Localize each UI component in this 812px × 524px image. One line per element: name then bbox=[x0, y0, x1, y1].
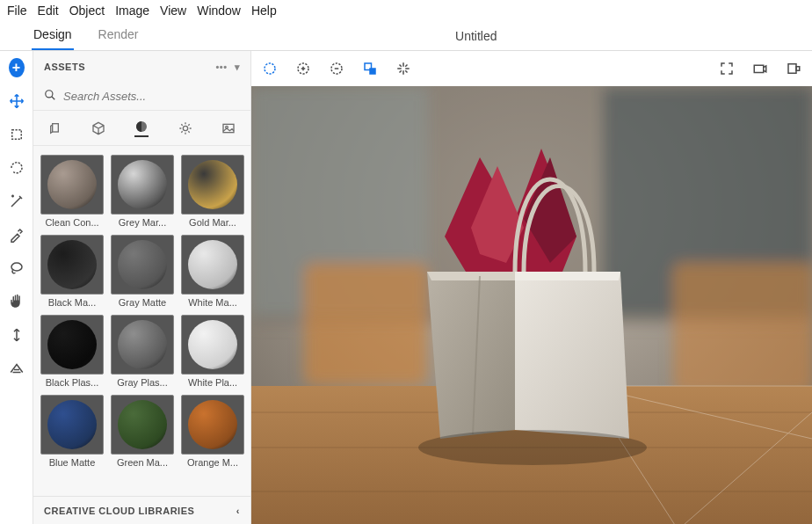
svg-marker-37 bbox=[515, 272, 620, 280]
menu-help[interactable]: Help bbox=[251, 4, 277, 18]
viewport-toolbar bbox=[251, 51, 812, 86]
asset-item[interactable]: Blue Matte bbox=[40, 395, 104, 468]
more-icon[interactable]: ••• bbox=[215, 62, 227, 72]
filter-model-icon[interactable] bbox=[48, 121, 62, 135]
vertical-arrows-tool[interactable] bbox=[9, 327, 25, 343]
asset-label: White Pla... bbox=[181, 377, 244, 388]
asset-label: White Ma... bbox=[181, 297, 244, 308]
assets-search-row bbox=[33, 83, 250, 111]
chevron-down-icon[interactable]: ▾ bbox=[235, 62, 241, 73]
assets-panel: ASSETS ••• ▾ Clean Con...Grey Mar...Gold… bbox=[33, 51, 251, 524]
search-icon bbox=[44, 89, 56, 105]
viewport bbox=[251, 51, 812, 524]
asset-item[interactable]: Gray Plas... bbox=[111, 315, 174, 388]
cc-libraries-header[interactable]: CREATIVE CLOUD LIBRARIES ‹ bbox=[33, 496, 250, 524]
mode-tabs-bar: DesignRender Untitled bbox=[0, 21, 812, 51]
svg-rect-22 bbox=[673, 263, 812, 395]
svg-marker-36 bbox=[427, 272, 515, 280]
svg-rect-21 bbox=[304, 263, 427, 386]
svg-marker-35 bbox=[515, 272, 629, 439]
add-tool[interactable]: + bbox=[9, 60, 25, 76]
zoom-out-icon[interactable] bbox=[329, 61, 344, 76]
filter-material-icon[interactable] bbox=[134, 120, 149, 137]
asset-label: Clean Con... bbox=[40, 217, 104, 228]
asset-label: Gold Mar... bbox=[181, 217, 244, 228]
asset-item[interactable]: White Ma... bbox=[181, 235, 244, 308]
select-circle-icon[interactable] bbox=[262, 61, 278, 76]
menu-edit[interactable]: Edit bbox=[38, 4, 59, 18]
fullscreen-icon[interactable] bbox=[719, 61, 735, 76]
menubar: FileEditObjectImageViewWindowHelp bbox=[0, 0, 812, 21]
asset-label: Orange M... bbox=[181, 457, 244, 468]
asset-item[interactable]: Black Ma... bbox=[40, 235, 104, 308]
asset-label: Grey Mar... bbox=[111, 217, 174, 228]
camera-icon[interactable] bbox=[752, 61, 768, 76]
menu-file[interactable]: File bbox=[7, 4, 27, 18]
filter-light-icon[interactable] bbox=[178, 121, 192, 135]
filter-image-icon[interactable] bbox=[221, 121, 236, 135]
wand-tool[interactable] bbox=[9, 193, 25, 209]
asset-item[interactable]: Orange M... bbox=[181, 395, 244, 468]
assets-grid: Clean Con...Grey Mar...Gold Mar...Black … bbox=[33, 146, 250, 496]
asset-item[interactable]: Gold Mar... bbox=[181, 155, 244, 228]
perspective-tool[interactable] bbox=[9, 360, 25, 376]
asset-item[interactable]: White Pla... bbox=[181, 315, 244, 388]
asset-item[interactable]: Green Ma... bbox=[111, 395, 174, 468]
svg-rect-16 bbox=[796, 67, 800, 71]
menu-window[interactable]: Window bbox=[197, 4, 241, 18]
asset-label: Black Plas... bbox=[40, 377, 104, 388]
svg-point-6 bbox=[183, 126, 187, 130]
svg-line-3 bbox=[52, 96, 55, 99]
menu-image[interactable]: Image bbox=[115, 4, 149, 18]
asset-item[interactable]: Black Plas... bbox=[40, 315, 104, 388]
eyedropper-tool[interactable] bbox=[9, 227, 25, 243]
svg-rect-13 bbox=[370, 69, 375, 74]
settings-toggle-icon[interactable] bbox=[786, 61, 801, 76]
tab-render[interactable]: Render bbox=[97, 20, 141, 50]
tab-design[interactable]: Design bbox=[32, 20, 74, 50]
filter-cube-icon[interactable] bbox=[91, 121, 105, 135]
object-toggle-icon[interactable] bbox=[362, 61, 378, 76]
svg-rect-15 bbox=[788, 64, 796, 74]
asset-label: Gray Plas... bbox=[111, 377, 174, 388]
menu-view[interactable]: View bbox=[160, 4, 186, 18]
move-tool[interactable] bbox=[9, 93, 25, 109]
svg-marker-34 bbox=[427, 272, 515, 439]
asset-item[interactable]: Clean Con... bbox=[40, 155, 104, 228]
canvas[interactable] bbox=[251, 86, 812, 524]
svg-point-1 bbox=[11, 263, 22, 271]
asset-item[interactable]: Grey Mar... bbox=[111, 155, 174, 228]
tools-column: + bbox=[0, 51, 33, 524]
svg-rect-14 bbox=[754, 65, 764, 72]
assets-search-input[interactable] bbox=[63, 90, 240, 103]
assets-filter-row bbox=[33, 111, 250, 146]
document-title: Untitled bbox=[141, 29, 812, 50]
svg-rect-0 bbox=[11, 130, 21, 140]
asset-label: Green Ma... bbox=[111, 457, 174, 468]
sparkle-icon[interactable] bbox=[395, 61, 411, 76]
asset-item[interactable]: Gray Matte bbox=[111, 235, 174, 308]
asset-label: Blue Matte bbox=[40, 457, 104, 468]
asset-label: Gray Matte bbox=[111, 297, 174, 308]
zoom-in-icon[interactable] bbox=[295, 61, 311, 76]
svg-rect-4 bbox=[52, 123, 58, 131]
assets-panel-header: ASSETS ••• ▾ bbox=[33, 51, 250, 83]
svg-point-9 bbox=[265, 63, 275, 74]
cc-libraries-title: CREATIVE CLOUD LIBRARIES bbox=[44, 506, 194, 516]
svg-point-39 bbox=[418, 430, 647, 465]
asset-label: Black Ma... bbox=[40, 297, 104, 308]
menu-object[interactable]: Object bbox=[69, 4, 105, 18]
undo-dashed-tool[interactable] bbox=[9, 160, 25, 176]
hand-tool[interactable] bbox=[9, 294, 25, 309]
svg-point-2 bbox=[46, 90, 53, 97]
lasso-tool[interactable] bbox=[9, 260, 25, 276]
crop-tool[interactable] bbox=[9, 127, 25, 142]
assets-panel-title: ASSETS bbox=[44, 62, 85, 72]
chevron-left-icon: ‹ bbox=[236, 506, 240, 516]
